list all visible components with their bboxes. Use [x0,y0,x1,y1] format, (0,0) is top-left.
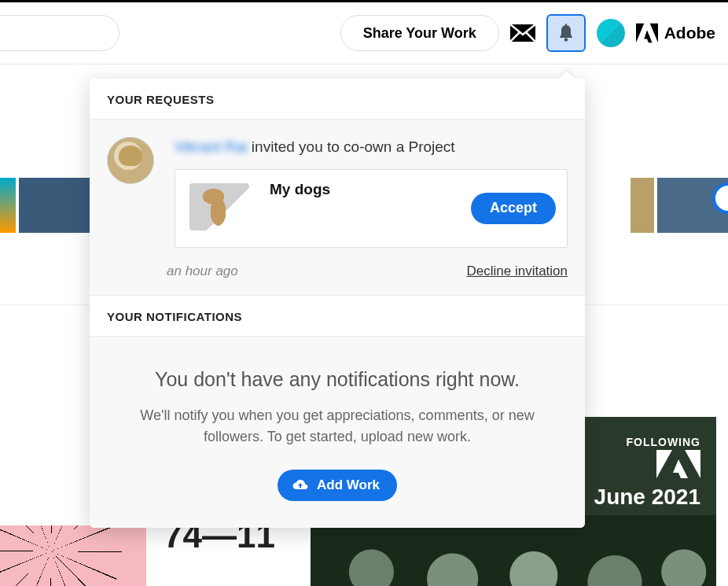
svg-marker-6 [649,24,657,42]
project-title: My dogs [270,181,457,198]
svg-marker-5 [636,24,644,42]
empty-title: You don't have any notifications right n… [113,368,561,391]
adobe-logo-icon [636,23,658,43]
request-text: Vikrant Rai invited you to co-own a Proj… [175,137,568,158]
request-text-suffix: invited you to co-own a Project [248,138,455,155]
svg-marker-7 [644,30,652,42]
following-badge: FOLLOWING [594,436,700,448]
adobe-a-icon [594,450,700,481]
thumbnail[interactable] [19,178,90,233]
requester-avatar[interactable] [107,137,154,184]
requests-section-header: YOUR REQUESTS [90,79,585,120]
empty-subtitle: We'll notify you when you get appreciati… [133,405,542,448]
gallery-month-label: June 2021 [594,485,700,510]
share-label: Share Your Work [363,25,476,42]
svg-marker-9 [685,450,700,478]
user-avatar[interactable] [597,19,625,47]
decline-invitation-link[interactable]: Decline invitation [466,264,568,279]
notifications-popover: YOUR REQUESTS Vikrant Rai invited you to… [90,79,585,528]
bell-icon [557,24,575,42]
svg-point-3 [564,38,567,41]
add-work-button[interactable]: Add Work [278,470,397,501]
share-your-work-button[interactable]: Share Your Work [340,15,499,51]
thumbnail[interactable] [0,178,16,233]
svg-rect-4 [565,24,567,26]
svg-marker-10 [673,459,688,478]
accept-button[interactable]: Accept [471,193,556,224]
request-timestamp: an hour ago [167,264,238,279]
requester-name-link[interactable]: Vikrant Rai [175,138,248,155]
notifications-bell-button[interactable] [546,14,586,52]
notifications-empty-state: You don't have any notifications right n… [90,337,585,528]
cloud-upload-icon [292,478,309,492]
search-input[interactable] [0,15,119,51]
mail-icon[interactable] [510,24,535,42]
request-item: Vikrant Rai invited you to co-own a Proj… [90,120,585,296]
adobe-brand-label: Adobe [664,24,715,42]
project-thumbnail[interactable] [183,179,256,238]
adobe-brand[interactable]: Adobe [636,23,715,43]
top-bar: Share Your Work Adobe [0,0,728,64]
thumbnail[interactable] [631,178,654,233]
notifications-section-header: YOUR NOTIFICATIONS [90,296,585,337]
svg-marker-8 [656,450,672,478]
project-card: My dogs Accept [175,169,568,248]
